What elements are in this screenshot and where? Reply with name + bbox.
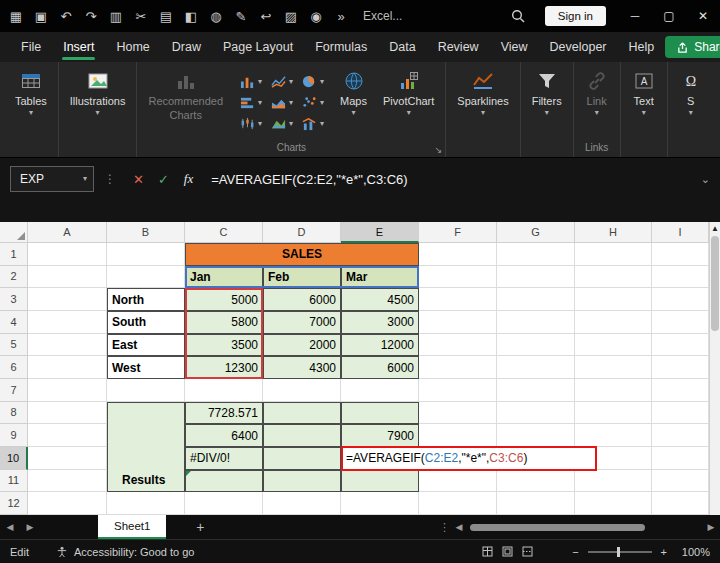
cell-H11[interactable] xyxy=(575,470,652,493)
cell-C4[interactable]: 5800 xyxy=(185,311,263,334)
minimize-button[interactable]: ─ xyxy=(618,9,652,23)
zoom-out-button[interactable]: − xyxy=(572,546,578,558)
cell-I4[interactable] xyxy=(652,311,709,334)
cell-G2[interactable] xyxy=(497,266,575,289)
cell-I7[interactable] xyxy=(652,379,709,402)
cell-I12[interactable] xyxy=(652,492,709,515)
hscroll-right-icon[interactable]: ▶ xyxy=(702,522,720,532)
cell-D2[interactable]: Feb xyxy=(263,266,341,289)
col-header-I[interactable]: I xyxy=(652,222,709,243)
cell-A7[interactable] xyxy=(28,379,107,402)
cell-C10[interactable]: #DIV/0! xyxy=(185,447,263,470)
insert-scatter-chart-button[interactable] xyxy=(301,95,324,110)
normal-view-icon[interactable] xyxy=(482,546,493,557)
cell-D9[interactable] xyxy=(263,424,341,447)
search-icon[interactable] xyxy=(511,9,525,23)
globe-icon[interactable]: ◍ xyxy=(208,9,224,24)
redo-icon[interactable]: ↷ xyxy=(83,9,99,24)
sheet-nav-right-icon[interactable]: ▶ xyxy=(20,522,40,532)
close-button[interactable]: ✕ xyxy=(686,9,720,23)
cell-I11[interactable] xyxy=(652,470,709,493)
cell-A10[interactable] xyxy=(28,447,107,470)
chart-icon[interactable]: ◧ xyxy=(183,9,199,24)
cell-G12[interactable] xyxy=(497,492,575,515)
charts-dialog-launcher-icon[interactable] xyxy=(435,145,443,155)
formula-input[interactable]: =AVERAGEIF(C2:E2,"*e*",C3:C6) xyxy=(211,172,407,187)
cell-C6[interactable]: 12300 xyxy=(185,356,263,379)
symbols-button[interactable]: Ω S xyxy=(671,66,711,120)
cell-A5[interactable] xyxy=(28,334,107,357)
cell-C12[interactable] xyxy=(185,492,263,515)
horizontal-scroll-thumb[interactable] xyxy=(470,524,645,531)
new-sheet-button[interactable]: + xyxy=(190,519,210,535)
cell-G5[interactable] xyxy=(497,334,575,357)
cell-C7[interactable] xyxy=(185,379,263,402)
cell-H5[interactable] xyxy=(575,334,652,357)
cell-F2[interactable] xyxy=(419,266,497,289)
cell-B5[interactable]: East xyxy=(107,334,185,357)
illustrations-button[interactable]: Illustrations xyxy=(62,66,134,120)
save-icon[interactable]: ▣ xyxy=(33,9,49,24)
cell-E6[interactable]: 6000 xyxy=(341,356,419,379)
filters-button[interactable]: Filters xyxy=(524,66,570,120)
cell-I1[interactable] xyxy=(652,243,709,266)
clipboard-icon[interactable]: ▤ xyxy=(158,9,174,24)
cell-H1[interactable] xyxy=(575,243,652,266)
col-header-C[interactable]: C xyxy=(185,222,263,243)
select-all-corner[interactable] xyxy=(0,222,28,243)
cell-A4[interactable] xyxy=(28,311,107,334)
cell-E7[interactable] xyxy=(341,379,419,402)
insert-column-chart-button[interactable] xyxy=(239,74,262,89)
formula-bar-expand-icon[interactable] xyxy=(701,173,710,186)
tab-formulas[interactable]: Formulas xyxy=(304,32,378,62)
cell-D10[interactable] xyxy=(263,447,341,470)
cell-E2[interactable]: Mar xyxy=(341,266,419,289)
cell-B12[interactable] xyxy=(107,492,185,515)
cell-A8[interactable] xyxy=(28,402,107,425)
row-header-11[interactable]: 11 xyxy=(0,470,28,493)
cell-I6[interactable] xyxy=(652,356,709,379)
copy-icon[interactable]: ▥ xyxy=(108,9,124,24)
cell-G7[interactable] xyxy=(497,379,575,402)
vertical-scrollbar[interactable] xyxy=(709,222,720,515)
row-header-4[interactable]: 4 xyxy=(0,311,28,334)
cell-F1[interactable] xyxy=(419,243,497,266)
sheet-tab-sheet1[interactable]: Sheet1 xyxy=(98,515,166,539)
col-header-H[interactable]: H xyxy=(575,222,652,243)
tab-view[interactable]: View xyxy=(490,32,539,62)
active-cell-E10[interactable]: =AVERAGEIF(C2:E2,"*e*",C3:C6) xyxy=(341,446,597,471)
cell-C9[interactable]: 6400 xyxy=(185,424,263,447)
cell-D6[interactable]: 4300 xyxy=(263,356,341,379)
cell-B3[interactable]: North xyxy=(107,288,185,311)
cell-D5[interactable]: 2000 xyxy=(263,334,341,357)
tab-page-layout[interactable]: Page Layout xyxy=(212,32,304,62)
camera-icon[interactable]: ◉ xyxy=(308,9,324,24)
cell-G8[interactable] xyxy=(497,402,575,425)
cell-D3[interactable]: 6000 xyxy=(263,288,341,311)
cell-D11[interactable] xyxy=(263,470,341,493)
tab-developer[interactable]: Developer xyxy=(539,32,618,62)
insert-area-chart-button[interactable] xyxy=(270,95,293,110)
cell-G11[interactable] xyxy=(497,470,575,493)
cell-G9[interactable] xyxy=(497,424,575,447)
horizontal-scrollbar[interactable] xyxy=(470,523,700,532)
cell-H9[interactable] xyxy=(575,424,652,447)
cell-B8[interactable]: Results xyxy=(107,402,185,493)
cell-E8[interactable] xyxy=(341,402,419,425)
cell-F12[interactable] xyxy=(419,492,497,515)
sparklines-button[interactable]: Sparklines xyxy=(449,66,516,120)
insert-combo-chart-button[interactable] xyxy=(301,116,324,131)
cell-I3[interactable] xyxy=(652,288,709,311)
tab-bar-dots-icon[interactable]: ⋮ xyxy=(439,521,450,534)
tab-home[interactable]: Home xyxy=(105,32,160,62)
pivotchart-button[interactable]: PivotChart xyxy=(375,66,442,120)
name-box-chevron-icon[interactable] xyxy=(83,175,87,183)
name-box[interactable]: EXP xyxy=(10,166,94,192)
tables-button[interactable]: Tables xyxy=(7,66,55,120)
maps-button[interactable]: Maps xyxy=(332,66,375,120)
page-layout-view-icon[interactable] xyxy=(502,546,513,557)
col-header-G[interactable]: G xyxy=(497,222,575,243)
recommended-charts-button[interactable]: Recommended Charts xyxy=(140,66,231,124)
cell-A9[interactable] xyxy=(28,424,107,447)
row-header-3[interactable]: 3 xyxy=(0,288,28,311)
